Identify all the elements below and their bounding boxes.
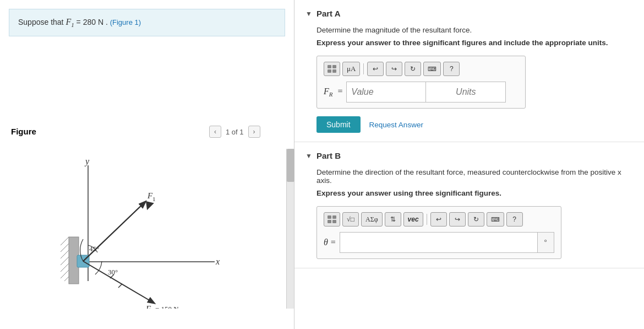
part-b-content: Determine the direction of the resultant…	[305, 168, 633, 259]
vec-button[interactable]: vec	[403, 212, 423, 226]
part-a-input-row: FR =	[324, 82, 519, 103]
degree-symbol: °	[538, 232, 554, 253]
svg-line-8	[61, 257, 69, 265]
problem-text-prefix: Suppose that	[18, 18, 66, 26]
figure-area: y x	[0, 149, 281, 309]
svg-rect-29	[332, 69, 336, 73]
redo-button[interactable]: ↪	[386, 62, 402, 76]
part-a-header: ▼ Part A	[305, 9, 633, 18]
svg-line-19	[83, 261, 154, 303]
undo-button[interactable]: ↩	[367, 62, 384, 76]
svg-text:30°: 30°	[108, 268, 118, 276]
part-b-answer-box: √□ AΣφ ⇅ vec ↩ ↪ ↻ ⌨ ? θ = °	[316, 206, 561, 259]
figure-navigation: ‹ 1 of 1 ›	[209, 126, 260, 138]
part-b-refresh-button[interactable]: ↻	[468, 212, 484, 226]
part-b-question: Determine the direction of the resultant…	[316, 168, 633, 185]
svg-rect-32	[328, 220, 331, 223]
part-b-undo-button[interactable]: ↩	[430, 212, 447, 226]
svg-line-7	[61, 250, 69, 258]
part-b-input-row: θ = °	[324, 232, 554, 253]
scroll-bar[interactable]	[286, 149, 294, 309]
keyboard-button[interactable]: ⌨	[423, 62, 441, 76]
svg-line-9	[61, 263, 69, 272]
part-b-help-button[interactable]: ?	[506, 212, 523, 226]
part-a-question: Determine the magnitude of the resultant…	[316, 26, 633, 34]
figure-page-indicator: 1 of 1	[226, 128, 244, 136]
part-a-label: Part A	[316, 9, 341, 18]
value-input[interactable]	[346, 82, 426, 103]
part-b-section: ▼ Part B Determine the direction of the …	[294, 142, 644, 268]
part-b-label: Part B	[316, 151, 341, 160]
svg-line-6	[61, 244, 69, 252]
svg-line-11	[64, 277, 69, 281]
theta-label: θ =	[324, 238, 336, 247]
problem-header: Suppose that F1 = 280 N . (Figure 1)	[9, 9, 285, 36]
part-a-collapse-icon[interactable]: ▼	[305, 10, 312, 18]
next-figure-button[interactable]: ›	[248, 126, 260, 138]
svg-line-5	[61, 237, 69, 245]
svg-rect-31	[332, 215, 336, 219]
part-b-redo-button[interactable]: ↪	[449, 212, 466, 226]
svg-line-25	[118, 284, 122, 288]
right-panel: ▼ Part A Determine the magnitude of the …	[294, 0, 644, 329]
part-b-keyboard-button[interactable]: ⌨	[487, 212, 504, 226]
part-b-matrix-button[interactable]	[324, 212, 340, 226]
svg-text:45°: 45°	[89, 245, 99, 253]
figure-label: Figure	[11, 127, 36, 136]
sigma-button[interactable]: AΣφ	[361, 212, 383, 226]
sqrt-button[interactable]: √□	[342, 212, 359, 226]
arrows-button[interactable]: ⇅	[385, 212, 401, 226]
svg-rect-33	[332, 220, 336, 223]
svg-rect-27	[332, 65, 336, 68]
prev-figure-button[interactable]: ‹	[209, 126, 221, 138]
fr-label: FR =	[324, 87, 343, 98]
part-a-section: ▼ Part A Determine the magnitude of the …	[294, 0, 644, 142]
svg-line-10	[61, 270, 69, 278]
figure-svg: y x	[0, 149, 281, 309]
svg-text:= 150 N: = 150 N	[155, 305, 179, 309]
left-panel: Suppose that F1 = 280 N . (Figure 1) Fig…	[0, 0, 294, 329]
part-b-header: ▼ Part B	[305, 151, 633, 160]
part-b-instruction: Express your answer using three signific…	[316, 189, 633, 197]
part-a-answer-box: μA ↩ ↪ ↻ ⌨ ? FR =	[316, 56, 526, 109]
part-a-toolbar: μA ↩ ↪ ↻ ⌨ ?	[324, 62, 519, 76]
matrix-button[interactable]	[324, 62, 340, 76]
problem-unit: N	[98, 18, 103, 26]
help-button[interactable]: ?	[443, 62, 460, 76]
svg-text:y: y	[84, 157, 90, 166]
svg-text:1: 1	[152, 196, 156, 202]
toolbar-sep-1	[363, 63, 364, 74]
svg-rect-28	[328, 69, 331, 73]
submit-button[interactable]: Submit	[316, 116, 361, 133]
problem-suffix: .	[103, 18, 108, 26]
theta-input[interactable]	[340, 232, 538, 253]
part-a-instruction: Express your answer to three significant…	[316, 39, 633, 47]
part-b-sep-1	[427, 214, 427, 225]
figure-link[interactable]: (Figure 1)	[110, 18, 141, 26]
svg-text:x: x	[215, 257, 220, 266]
part-b-toolbar: √□ AΣφ ⇅ vec ↩ ↪ ↻ ⌨ ?	[324, 212, 554, 226]
part-a-actions: Submit Request Answer	[316, 116, 633, 133]
part-a-content: Determine the magnitude of the resultant…	[305, 26, 633, 133]
problem-equation: = 280	[74, 18, 98, 26]
request-answer-link[interactable]: Request Answer	[369, 121, 423, 129]
svg-rect-26	[328, 65, 331, 68]
part-b-collapse-icon[interactable]: ▼	[305, 152, 312, 160]
mu-button[interactable]: μA	[342, 62, 360, 76]
svg-rect-30	[328, 215, 331, 219]
f1-variable: F1	[66, 17, 74, 26]
refresh-button[interactable]: ↻	[405, 62, 421, 76]
svg-text:F: F	[145, 304, 151, 309]
scroll-thumb[interactable]	[287, 149, 294, 182]
units-input[interactable]	[426, 82, 506, 103]
